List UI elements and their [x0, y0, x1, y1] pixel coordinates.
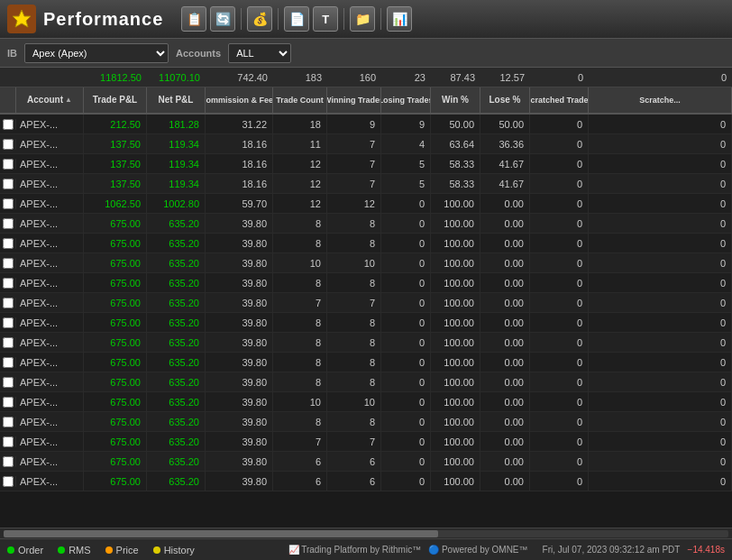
checkbox-0[interactable] [3, 119, 14, 130]
table-row[interactable]: APEX-... 675.00 635.20 39.80 8 8 0 100.0… [0, 273, 732, 293]
row-checkbox-3[interactable] [0, 179, 16, 189]
row-scratched-14: 0 [530, 392, 589, 411]
row-checkbox-2[interactable] [0, 159, 16, 170]
row-scratched2-12: 0 [589, 353, 732, 372]
row-checkbox-15[interactable] [0, 417, 16, 427]
table-row[interactable]: APEX-... 675.00 635.20 39.80 6 6 0 100.0… [0, 472, 732, 491]
summary-scratched2: 0 [589, 72, 732, 83]
toolbar-icon-money[interactable]: 💰 [247, 6, 272, 32]
row-winpct-6: 100.00 [431, 234, 480, 252]
checkbox-16[interactable] [3, 436, 14, 447]
table-row[interactable]: APEX-... 675.00 635.20 39.80 7 7 0 100.0… [0, 432, 732, 452]
table-row[interactable]: APEX-... 137.50 119.34 18.16 12 7 5 58.3… [0, 174, 732, 194]
h-scroll-track[interactable] [4, 530, 728, 537]
th-scratched[interactable]: Scratched Trades [530, 87, 589, 113]
row-commfees-5: 39.80 [206, 214, 273, 233]
app-title: Performance [43, 9, 163, 30]
table-row[interactable]: APEX-... 137.50 119.34 18.16 12 7 5 58.3… [0, 154, 732, 174]
checkbox-6[interactable] [3, 238, 14, 249]
checkbox-9[interactable] [3, 298, 14, 308]
row-winning-4: 12 [327, 194, 381, 213]
table-row[interactable]: APEX-... 675.00 635.20 39.80 8 8 0 100.0… [0, 412, 732, 432]
row-scratched2-16: 0 [589, 432, 732, 451]
table-row[interactable]: APEX-... 675.00 635.20 39.80 8 8 0 100.0… [0, 313, 732, 333]
checkbox-5[interactable] [3, 218, 14, 229]
table-row[interactable]: APEX-... 675.00 635.20 39.80 8 8 0 100.0… [0, 234, 732, 253]
checkbox-14[interactable] [3, 397, 14, 408]
checkbox-4[interactable] [3, 198, 14, 209]
table-row[interactable]: APEX-... 675.00 635.20 39.80 10 10 0 100… [0, 253, 732, 273]
row-checkbox-1[interactable] [0, 139, 16, 150]
th-scratched2[interactable]: Scratche... [589, 87, 732, 113]
horizontal-scrollbar[interactable] [0, 528, 732, 538]
checkbox-13[interactable] [3, 377, 14, 388]
row-winning-8: 8 [327, 273, 381, 292]
table-row[interactable]: APEX-... 1062.50 1002.80 59.70 12 12 0 1… [0, 194, 732, 214]
toolbar-icon-refresh[interactable]: 🔄 [210, 6, 235, 32]
h-scroll-thumb[interactable] [4, 530, 438, 537]
row-scratched-17: 0 [530, 452, 589, 471]
th-account[interactable]: Account ▲ [16, 87, 84, 113]
row-checkbox-12[interactable] [0, 357, 16, 368]
row-scratched-12: 0 [530, 353, 589, 372]
row-losepct-1: 36.36 [480, 134, 530, 153]
toolbar-icon-doc[interactable]: 📄 [284, 6, 309, 32]
row-checkbox-0[interactable] [0, 119, 16, 130]
row-checkbox-4[interactable] [0, 198, 16, 209]
checkbox-15[interactable] [3, 417, 14, 427]
th-netpnl[interactable]: Net P&L [147, 87, 206, 113]
row-checkbox-8[interactable] [0, 278, 16, 289]
toolbar-icon-text[interactable]: T [313, 6, 338, 32]
checkbox-11[interactable] [3, 337, 14, 348]
table-row[interactable]: APEX-... 212.50 181.28 31.22 18 9 9 50.0… [0, 115, 732, 134]
th-losepct[interactable]: Lose % [480, 87, 530, 113]
checkbox-18[interactable] [3, 476, 14, 487]
row-checkbox-18[interactable] [0, 476, 16, 487]
checkbox-1[interactable] [3, 139, 14, 150]
checkbox-3[interactable] [3, 179, 14, 189]
table-row[interactable]: APEX-... 675.00 635.20 39.80 6 6 0 100.0… [0, 452, 732, 472]
row-checkbox-17[interactable] [0, 456, 16, 467]
row-checkbox-14[interactable] [0, 397, 16, 408]
th-account-sort: ▲ [65, 96, 72, 105]
table-row[interactable]: APEX-... 675.00 635.20 39.80 8 8 0 100.0… [0, 353, 732, 372]
table-row[interactable]: APEX-... 675.00 635.20 39.80 10 10 0 100… [0, 392, 732, 412]
table-row[interactable]: APEX-... 675.00 635.20 39.80 8 8 0 100.0… [0, 333, 732, 353]
ib-select[interactable]: Apex (Apex) [24, 43, 169, 63]
th-commfees[interactable]: Commission & Fees [206, 87, 273, 113]
checkbox-12[interactable] [3, 357, 14, 368]
toolbar-icon-clipboard[interactable]: 📋 [181, 6, 206, 32]
table-row[interactable]: APEX-... 675.00 635.20 39.80 8 8 0 100.0… [0, 372, 732, 392]
th-tradecount[interactable]: Trade Count [273, 87, 327, 113]
row-checkbox-16[interactable] [0, 436, 16, 447]
row-account-12: APEX-... [16, 353, 84, 372]
table-row[interactable]: APEX-... 675.00 635.20 39.80 7 7 0 100.0… [0, 293, 732, 313]
th-tradepnl[interactable]: Trade P&L [84, 87, 147, 113]
row-losing-2: 5 [381, 154, 431, 173]
table-row[interactable]: APEX-... 137.50 119.34 18.16 11 7 4 63.6… [0, 134, 732, 154]
row-checkbox-11[interactable] [0, 337, 16, 348]
checkbox-17[interactable] [3, 456, 14, 467]
row-checkbox-6[interactable] [0, 238, 16, 249]
checkbox-2[interactable] [3, 159, 14, 170]
th-winpct[interactable]: Win % [431, 87, 480, 113]
row-checkbox-13[interactable] [0, 377, 16, 388]
th-losing[interactable]: Losing Trades [381, 87, 431, 113]
table-body: APEX-... 212.50 181.28 31.22 18 9 9 50.0… [0, 115, 732, 528]
row-checkbox-9[interactable] [0, 298, 16, 308]
checkbox-7[interactable] [3, 258, 14, 269]
row-scratched2-6: 0 [589, 234, 732, 252]
row-commfees-13: 39.80 [206, 372, 273, 391]
accounts-select[interactable]: ALL [228, 43, 291, 63]
row-tradepnl-17: 675.00 [84, 452, 147, 471]
row-checkbox-5[interactable] [0, 218, 16, 229]
table-row[interactable]: APEX-... 675.00 635.20 39.80 8 8 0 100.0… [0, 214, 732, 234]
checkbox-8[interactable] [3, 278, 14, 289]
row-checkbox-10[interactable] [0, 317, 16, 328]
row-tradepnl-4: 1062.50 [84, 194, 147, 213]
th-winning[interactable]: Winning Trades [327, 87, 381, 113]
row-checkbox-7[interactable] [0, 258, 16, 269]
toolbar-icon-chart[interactable]: 📊 [387, 6, 412, 32]
toolbar-icon-folder[interactable]: 📁 [350, 6, 375, 32]
checkbox-10[interactable] [3, 317, 14, 328]
